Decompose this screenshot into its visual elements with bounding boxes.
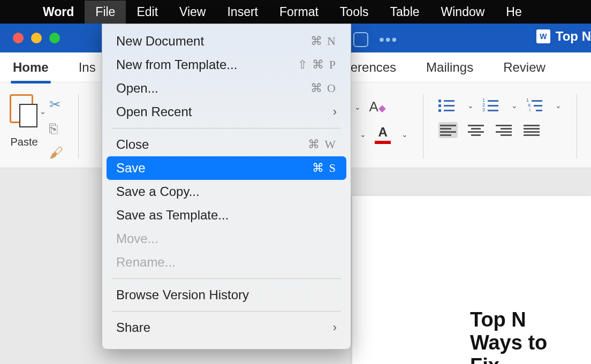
file-menu-dropdown: New Document ⌘ N New from Template... ⇧ … — [102, 24, 351, 350]
menu-separator — [112, 278, 341, 279]
paragraph-group: ⌄ 1 2 3 ⌄ 1 a i ⌄ — [438, 98, 562, 138]
maximize-window-button[interactable] — [49, 33, 60, 43]
cut-icon[interactable]: ✂ — [49, 96, 63, 113]
menu-rename: Rename... — [102, 251, 351, 274]
chevron-down-icon[interactable]: ⌄ — [401, 130, 408, 139]
multilevel-list-button[interactable]: 1 a i — [526, 98, 544, 112]
ribbon-separator — [423, 94, 423, 158]
menubar-format[interactable]: Format — [269, 1, 329, 24]
menu-save[interactable]: Save ⌘ S — [107, 156, 346, 180]
menu-separator — [112, 311, 341, 312]
paste-button[interactable]: ⌄ — [10, 94, 39, 128]
paste-group: ⌄ Paste — [10, 89, 39, 148]
menu-save-a-copy[interactable]: Save a Copy... — [102, 180, 351, 203]
menu-browse-version-history[interactable]: Browse Version History — [102, 283, 351, 307]
chevron-down-icon[interactable]: ⌄ — [555, 101, 562, 110]
traffic-lights — [13, 33, 60, 43]
bullet-list-button[interactable] — [438, 98, 457, 112]
copy-icon[interactable]: ⎘ — [49, 120, 63, 137]
menubar-view[interactable]: View — [169, 1, 216, 24]
menu-new-from-template[interactable]: New from Template... ⇧ ⌘ P — [102, 53, 351, 77]
sync-icon[interactable] — [353, 32, 368, 47]
chevron-down-icon[interactable]: ⌄ — [511, 101, 518, 110]
word-doc-icon: W — [536, 29, 550, 43]
menubar-app-name[interactable]: Word — [32, 1, 85, 24]
menubar-window[interactable]: Window — [430, 1, 496, 24]
tab-mailings[interactable]: Mailings — [424, 56, 475, 79]
document-title: Top N — [556, 29, 591, 44]
chevron-down-icon[interactable]: ⌄ — [360, 130, 366, 139]
menu-share[interactable]: Share › — [102, 316, 351, 339]
menu-save-as-template[interactable]: Save as Template... — [102, 203, 351, 227]
tab-insert[interactable]: Ins — [77, 56, 98, 79]
clipboard-tools: ✂ ⎘ 🖌 — [49, 96, 63, 161]
close-window-button[interactable] — [13, 33, 24, 43]
letter-a-icon: A — [378, 125, 387, 140]
menubar-file[interactable]: File — [85, 1, 126, 24]
minimize-window-button[interactable] — [31, 33, 42, 43]
align-right-button[interactable] — [494, 122, 513, 138]
ribbon-separator — [78, 94, 79, 158]
chevron-down-icon[interactable]: ⌄ — [467, 101, 474, 110]
menu-open[interactable]: Open... ⌘ O — [102, 77, 351, 100]
chevron-right-icon: › — [333, 321, 337, 335]
more-options-icon[interactable]: ••• — [379, 31, 398, 48]
menu-separator — [112, 128, 341, 128]
menu-close[interactable]: Close ⌘ W — [102, 133, 351, 156]
menubar-edit[interactable]: Edit — [126, 1, 169, 24]
font-color-button[interactable]: A — [375, 125, 391, 144]
document-heading[interactable]: Top N Ways to Fix — [470, 308, 580, 364]
chevron-down-icon[interactable]: ⌄ — [40, 107, 46, 116]
menubar-tools[interactable]: Tools — [329, 1, 380, 24]
tab-home[interactable]: Home — [11, 56, 51, 79]
paper-icon — [19, 104, 37, 127]
format-painter-icon[interactable]: 🖌 — [49, 145, 63, 161]
mac-menubar: Word File Edit View Insert Format Tools … — [0, 0, 591, 24]
align-left-button[interactable] — [438, 122, 458, 138]
menubar-insert[interactable]: Insert — [216, 1, 269, 24]
document-title-area: W Top N — [536, 29, 591, 44]
tab-review[interactable]: Review — [501, 56, 548, 79]
menu-new-document[interactable]: New Document ⌘ N — [102, 29, 351, 53]
menu-open-recent[interactable]: Open Recent › — [102, 100, 351, 124]
align-center-button[interactable] — [466, 122, 486, 138]
numbered-list-button[interactable]: 1 2 3 — [482, 98, 501, 112]
menubar-help[interactable]: He — [495, 1, 532, 24]
font-color-bar — [375, 141, 391, 144]
paste-label: Paste — [10, 136, 37, 148]
clear-formatting-button[interactable]: A◆ — [369, 98, 386, 115]
chevron-right-icon: › — [333, 105, 337, 119]
document-page[interactable]: Top N Ways to Fix — [352, 196, 591, 364]
menu-move: Move... — [102, 227, 351, 251]
menubar-table[interactable]: Table — [380, 1, 430, 24]
chevron-down-icon[interactable]: ⌄ — [354, 103, 361, 111]
align-justify-button[interactable] — [522, 122, 541, 138]
ribbon-separator — [577, 94, 577, 158]
